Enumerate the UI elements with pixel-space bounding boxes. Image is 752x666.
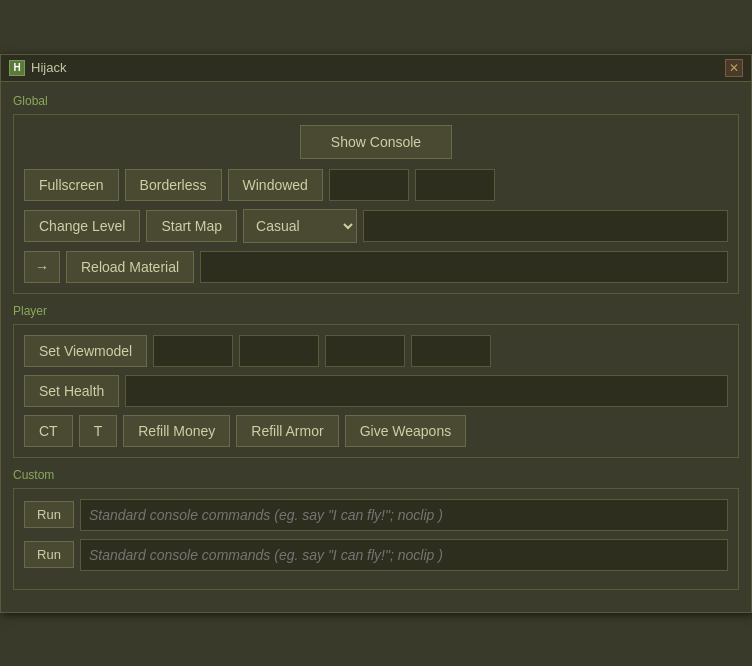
change-level-button[interactable]: Change Level	[24, 210, 140, 242]
main-window: H Hijack ✕ Global Show Console Fullscree…	[0, 54, 752, 613]
run-button-2[interactable]: Run	[24, 541, 74, 568]
team-action-row: CT T Refill Money Refill Armor Give Weap…	[24, 415, 728, 447]
health-row: Set Health 1000	[24, 375, 728, 407]
set-health-button[interactable]: Set Health	[24, 375, 119, 407]
global-section: Show Console Fullscreen Borderless Windo…	[13, 114, 739, 294]
borderless-button[interactable]: Borderless	[125, 169, 222, 201]
player-section-label: Player	[13, 304, 739, 318]
viewmodel-y-input[interactable]: -4	[239, 335, 319, 367]
viewmodel-row: Set Viewmodel 0 -4 0 90	[24, 335, 728, 367]
viewmodel-x-input[interactable]: 0	[153, 335, 233, 367]
custom-command-input-2[interactable]	[80, 539, 728, 571]
health-input[interactable]: 1000	[125, 375, 728, 407]
window-content: Global Show Console Fullscreen Borderles…	[1, 82, 751, 612]
set-viewmodel-button[interactable]: Set Viewmodel	[24, 335, 147, 367]
custom-section-label: Custom	[13, 468, 739, 482]
title-bar: H Hijack ✕	[1, 55, 751, 82]
custom-section: Run Run	[13, 488, 739, 590]
show-console-button[interactable]: Show Console	[300, 125, 452, 159]
refill-armor-button[interactable]: Refill Armor	[236, 415, 338, 447]
run-button-1[interactable]: Run	[24, 501, 74, 528]
windowed-button[interactable]: Windowed	[228, 169, 323, 201]
ct-button[interactable]: CT	[24, 415, 73, 447]
reload-material-row: → Reload Material g3sg1	[24, 251, 728, 283]
start-map-button[interactable]: Start Map	[146, 210, 237, 242]
refill-money-button[interactable]: Refill Money	[123, 415, 230, 447]
player-section: Set Viewmodel 0 -4 0 90 Set Health 1000 …	[13, 324, 739, 458]
fullscreen-button[interactable]: Fullscreen	[24, 169, 119, 201]
close-button[interactable]: ✕	[725, 59, 743, 77]
custom-command-input-1[interactable]	[80, 499, 728, 531]
t-button[interactable]: T	[79, 415, 118, 447]
window-title: Hijack	[31, 60, 719, 75]
app-icon: H	[9, 60, 25, 76]
custom-row-1: Run	[24, 499, 728, 531]
arrow-button[interactable]: →	[24, 251, 60, 283]
material-input[interactable]: g3sg1	[200, 251, 728, 283]
give-weapons-button[interactable]: Give Weapons	[345, 415, 467, 447]
height-input[interactable]: 1080	[415, 169, 495, 201]
reload-material-button[interactable]: Reload Material	[66, 251, 194, 283]
global-section-label: Global	[13, 94, 739, 108]
window-mode-row: Fullscreen Borderless Windowed 1920 1080	[24, 169, 728, 201]
map-name-input[interactable]: de_ancient	[363, 210, 728, 242]
viewmodel-z-input[interactable]: 0	[325, 335, 405, 367]
map-row: Change Level Start Map Casual Competitiv…	[24, 209, 728, 243]
viewmodel-w-input[interactable]: 90	[411, 335, 491, 367]
game-mode-select[interactable]: Casual Competitive Deathmatch	[243, 209, 357, 243]
width-input[interactable]: 1920	[329, 169, 409, 201]
custom-row-2: Run	[24, 539, 728, 571]
